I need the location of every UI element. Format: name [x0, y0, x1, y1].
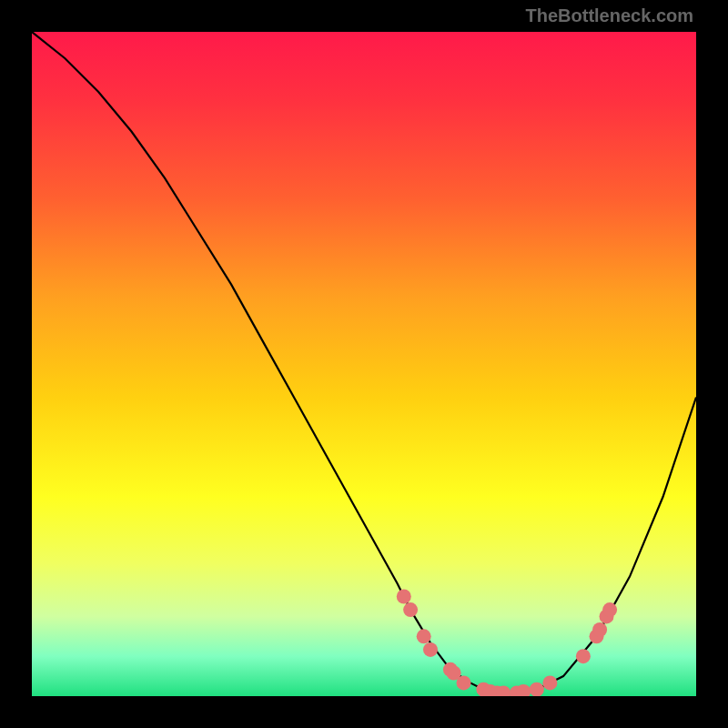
chart-container: TheBottleneck.com	[0, 0, 728, 728]
highlight-dot	[457, 675, 471, 690]
plot-area	[32, 32, 696, 696]
highlight-dot	[417, 629, 431, 643]
highlight-dot	[576, 649, 591, 663]
highlight-dot	[397, 590, 411, 604]
highlight-dot	[592, 622, 607, 637]
highlight-dots	[397, 590, 617, 697]
bottleneck-curve	[32, 32, 696, 693]
watermark-text: TheBottleneck.com	[526, 5, 693, 26]
highlight-dot	[530, 682, 544, 696]
highlight-dot	[602, 602, 617, 617]
chart-overlay	[32, 32, 696, 696]
highlight-dot	[423, 642, 438, 657]
highlight-dot	[542, 675, 557, 690]
highlight-dot	[403, 602, 418, 617]
